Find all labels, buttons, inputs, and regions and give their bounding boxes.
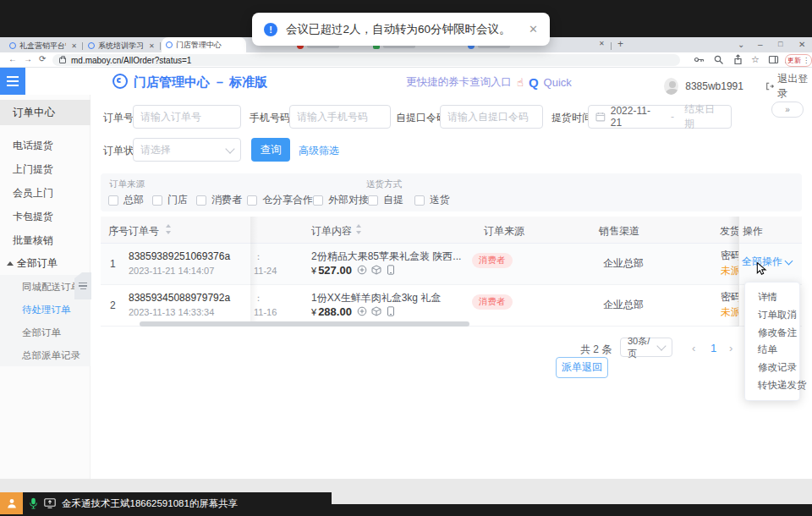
new-tab-button[interactable]: + [617,38,623,50]
horizontal-scrollbar-thumb[interactable] [140,321,469,327]
window-close-icon[interactable]: ✕ [798,40,805,49]
menu-item-edit-history[interactable]: 修改记录 [745,361,799,374]
pickup-code-input[interactable] [440,105,543,129]
hamburger-menu-icon[interactable] [0,68,25,95]
page-title: 门店管理中心 － 标准版 [134,74,267,91]
reload-icon[interactable]: ⟳ [39,54,46,63]
sidebar-item-pending-orders[interactable]: 待处理订单 [0,299,91,321]
checkbox-icon [414,195,425,206]
dispatch-return-button[interactable]: 派单退回 [556,357,608,378]
checkbox-source-share[interactable]: 仓分享合作 [247,193,313,207]
col-index: 序号 [108,224,129,239]
table-row[interactable]: 2 83859345088979792a 2023-11-13 14:33:34… [101,285,802,327]
sidebar-item-card-pickup[interactable]: 卡包提货 [0,205,91,228]
zoom-icon[interactable] [713,54,724,65]
delivery-group-label: 送货方式 [366,178,402,190]
source-badge: 消费者 [472,253,513,268]
presenter-avatar [0,492,23,514]
username: 8385wb1991 [685,80,743,92]
menu-item-cancel-order[interactable]: 订单取消 [745,309,799,321]
sidebar-item-all-orders[interactable]: 全部订单 [0,321,91,344]
sidebar-collapse-handle[interactable] [74,272,91,299]
checkbox-icon [368,195,378,206]
chevron-down-icon [785,256,793,265]
checkbox-source-store[interactable]: 门店 [152,193,188,207]
checkbox-source-external[interactable]: 外部对接 [313,193,369,207]
kebab-menu-icon[interactable]: ⋮ [803,57,809,64]
checkbox-delivery-send[interactable]: 送货 [414,193,450,207]
share-icon[interactable] [732,54,743,65]
side-panel-icon[interactable] [768,54,779,65]
pagination-page-1[interactable]: 1 [710,342,716,354]
browser-tab-1[interactable]: 礼盒营销平台管理中心 ✕ [5,39,81,52]
sort-icon[interactable] [165,223,172,235]
menu-item-edit-note[interactable]: 修改备注 [745,327,799,339]
forward-icon[interactable]: → [24,54,32,63]
order-status-select[interactable]: 请选择 [133,138,241,162]
tab-close-icon[interactable]: ✕ [71,42,77,50]
filter-collapse-button[interactable]: » [771,102,804,118]
chevron-down-icon [656,341,666,350]
order-no-input[interactable] [133,105,241,129]
browser-tab-2[interactable]: 系统培训学习 ✕ [84,39,159,52]
phone-input[interactable] [289,105,391,129]
tab-search-chevron-icon[interactable]: ⌄ [738,40,744,49]
sidebar-item-door-pickup[interactable]: 上门提货 [0,157,91,181]
toast-close-icon[interactable]: ✕ [529,23,538,36]
col-order-no: 订单号 [129,224,159,239]
row-content: 1份XX生鲜羊肉礼盒3kg 礼盒 [311,291,441,305]
window-maximize-icon[interactable]: □ [778,40,782,48]
coupon-icon [357,265,367,275]
menu-item-details[interactable]: 详情 [745,291,799,304]
sidebar-item-phone-pickup[interactable]: 电话提货 [0,134,91,157]
browser-tab-active[interactable]: 门店管理中心 [162,37,246,52]
phone-icon [386,265,396,275]
fixed-left-column-shadow [250,217,258,327]
tab-separator [611,42,612,50]
last-tab-close-icon[interactable]: ✕ [599,40,605,47]
chrome-update-button[interactable]: 更新 ⋮ [785,54,812,67]
menu-item-express-ship[interactable]: 转快递发货 [745,379,799,392]
tab-separator [160,42,161,50]
tab-close-icon[interactable]: ✕ [149,42,155,50]
info-icon [264,23,277,36]
sidebar-item-member-visit[interactable]: 会员上门 [0,181,91,205]
pagination-next[interactable]: › [729,342,732,354]
person-icon [6,497,18,509]
sidebar-item-batch-verify[interactable]: 批量核销 [0,228,91,252]
sidebar-group-all-orders[interactable]: 全部订单 [0,252,91,275]
logout-button[interactable]: 退出登录 [765,72,812,101]
site-favicon [9,42,16,49]
fixed-right-column-shadow [728,217,738,327]
filter-checkbox-panel: 订单来源 送货方式 总部 门店 消费者 仓分享合作 外部对接 自提 送货 派单退… [101,173,802,211]
checkbox-icon [152,195,162,206]
quick-q-icon: Q [529,75,539,90]
table-row[interactable]: 1 83859389251069376a 2023-11-21 14:14:07… [101,244,802,285]
advanced-filter-link[interactable]: 高级筛选 [299,144,339,158]
address-bar[interactable]: md.maboy.cn/AllOrder?status=1 [52,54,680,66]
sidebar: 订单中心 电话提货 上门提货 会员上门 卡包提货 批量核销 全部订单 同城配送订… [0,95,91,479]
chevron-down-icon [225,144,234,153]
screen-share-bar: 金禾通技术王斌18662591081的屏幕共享 [0,492,332,514]
search-button[interactable]: 查询 [251,138,290,162]
avatar[interactable] [664,78,678,95]
bookmark-star-icon[interactable]: ☆ [751,54,762,65]
checkbox-source-consumer[interactable]: 消费者 [196,193,242,207]
lock-icon [59,58,66,63]
screen-share-icon [44,498,56,508]
window-minimize-icon[interactable]: – [758,40,763,49]
logout-icon [765,81,774,91]
sidebar-item-hq-dispatch-records[interactable]: 总部派单记录 [0,344,91,367]
date-range-picker[interactable]: 2022-11-21 - 结束日期 [588,105,732,129]
menu-item-close-order[interactable]: 结单 [745,343,799,356]
back-icon[interactable]: ← [8,54,17,63]
password-key-icon[interactable] [694,54,705,65]
meeting-toast: 会议已超过2人，自动转为60分钟限时会议。 ✕ [252,13,550,46]
page-size-select[interactable]: 30条/页 [620,338,672,357]
sort-icon[interactable] [355,223,362,235]
checkbox-delivery-pickup[interactable]: 自提 [368,193,403,207]
phone-icon [386,306,396,316]
checkbox-source-hq[interactable]: 总部 [108,193,144,207]
pagination-prev[interactable]: ‹ [692,342,695,354]
coupon-query-entry-link[interactable]: 更快捷的券卡查询入口 ☝ Q Quick [406,75,572,90]
